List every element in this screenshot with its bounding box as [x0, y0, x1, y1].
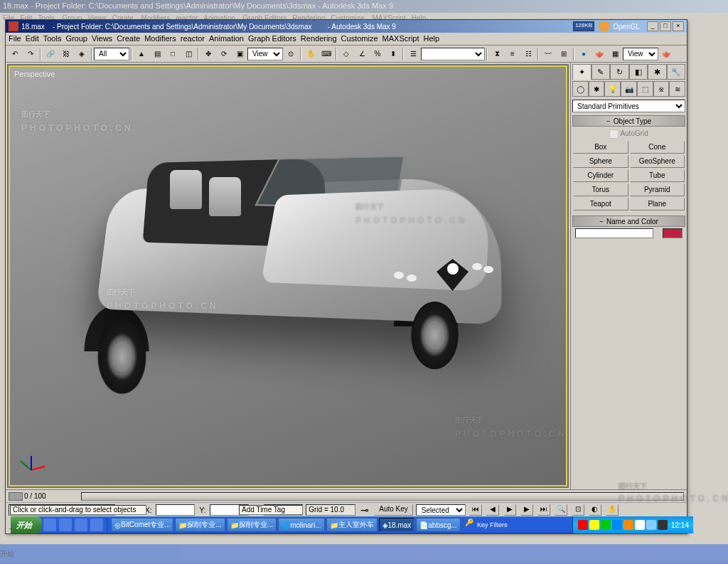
color-swatch[interactable] [663, 228, 682, 238]
menubar[interactable]: File Edit Tools Group Views Create Modif… [6, 33, 687, 46]
close-button[interactable]: × [673, 21, 684, 31]
layers-button[interactable]: ☷ [521, 47, 535, 61]
fov-button[interactable]: ◐ [589, 504, 601, 516]
goto-start-button[interactable]: ⏮ [469, 504, 482, 516]
task-bitcomet[interactable]: ◎ BitComet专业... [111, 518, 173, 532]
systems-tab[interactable]: ≋ [669, 81, 685, 97]
curve-editor-button[interactable]: 〰 [541, 47, 555, 61]
cylinder-button[interactable]: Cylinder [573, 169, 628, 182]
titlebar[interactable]: 18.max - Project Folder: C:\Documents an… [6, 20, 687, 33]
sphere-button[interactable]: Sphere [573, 155, 628, 168]
utilities-tab[interactable]: 🔧 [667, 64, 686, 80]
select-name-button[interactable]: ▤ [150, 47, 164, 61]
torus-button[interactable]: Torus [573, 183, 628, 196]
menu-tools[interactable]: Tools [43, 34, 62, 43]
pivot-button[interactable]: ⊙ [284, 47, 298, 61]
keymode-dropdown[interactable]: Selected [416, 504, 466, 516]
plane-button[interactable]: Plane [630, 198, 685, 211]
select-button[interactable]: ▲ [134, 47, 149, 61]
modify-tab[interactable]: ✎ [592, 64, 611, 80]
undo-button[interactable]: ↶ [8, 47, 22, 61]
geosphere-button[interactable]: GeoSphere [630, 155, 685, 168]
zoom-button[interactable]: 🔍 [555, 504, 567, 516]
quicklaunch-player-icon[interactable] [75, 518, 87, 531]
task-outdoor-car[interactable]: 📁 主人室外车 [326, 518, 378, 532]
menu-rendering[interactable]: Rendering [301, 34, 337, 43]
menu-grapheditors[interactable]: Graph Editors [248, 34, 296, 43]
redo-button[interactable]: ↷ [23, 47, 38, 61]
time-slider-handle[interactable] [9, 492, 23, 501]
tray-icon-3[interactable] [601, 520, 611, 530]
mirror-button[interactable]: ⧗ [490, 47, 504, 61]
pan-button[interactable]: ✋ [606, 504, 619, 516]
hierarchy-tab[interactable]: ↻ [610, 64, 629, 80]
menu-animation[interactable]: Animation [209, 34, 244, 43]
menu-help[interactable]: Help [424, 34, 440, 43]
script-icon[interactable] [599, 21, 610, 31]
align-button[interactable]: ≡ [505, 47, 520, 61]
manipulate-button[interactable]: ✋ [304, 47, 318, 61]
schematic-button[interactable]: ⊞ [557, 47, 571, 61]
unlink-button[interactable]: ⛓ [59, 47, 73, 61]
tray-icon-4[interactable] [612, 520, 622, 530]
menu-modifiers[interactable]: Modifiers [144, 34, 176, 43]
motion-tab[interactable]: ◧ [629, 64, 648, 80]
task-abbscg[interactable]: 📄 abbscg... [416, 518, 461, 532]
render-type-button[interactable]: ▦ [608, 47, 622, 61]
display-tab[interactable]: ✱ [648, 64, 667, 80]
play-button[interactable]: ▶ [503, 504, 516, 516]
menu-customize[interactable]: Customize [341, 34, 378, 43]
render-scene-button[interactable]: 🫖 [592, 47, 606, 61]
pyramid-button[interactable]: Pyramid [630, 183, 685, 196]
task-folder1[interactable]: 📁 探削专业... [175, 518, 225, 532]
named-sets-dropdown[interactable] [421, 48, 485, 60]
task-molinari[interactable]: 🌐 molinari... [278, 518, 324, 532]
rotate-button[interactable]: ⟳ [217, 47, 231, 61]
named-sets-button[interactable]: ☰ [406, 47, 420, 61]
lights-tab[interactable]: 💡 [604, 81, 621, 97]
create-tab[interactable]: ✦ [572, 64, 592, 80]
quicklaunch-desktop-icon[interactable] [59, 518, 72, 531]
autogrid-checkbox[interactable] [609, 129, 619, 139]
prev-frame-button[interactable]: ◀ [486, 504, 499, 516]
bind-button[interactable]: ◈ [75, 47, 89, 61]
render-view-dropdown[interactable]: View [623, 48, 658, 60]
object-type-rollout[interactable]: −Object Type [572, 115, 685, 127]
perspective-viewport[interactable]: Perspective [9, 65, 567, 486]
percent-snap-button[interactable]: % [370, 47, 385, 61]
box-button[interactable]: Box [573, 141, 628, 154]
tray-icon-2[interactable] [589, 520, 599, 530]
tray-icon-1[interactable] [578, 520, 588, 530]
link-button[interactable]: 🔗 [43, 47, 58, 61]
window-crossing-button[interactable]: ◫ [181, 47, 196, 61]
goto-end-button[interactable]: ⏭ [537, 504, 550, 516]
teapot-button[interactable]: Teapot [573, 198, 628, 211]
selection-filter-dropdown[interactable]: All [94, 48, 129, 60]
clock[interactable]: 12:14 [671, 521, 689, 529]
autokey-button[interactable]: Auto Key [374, 504, 413, 516]
tray-icon-7[interactable] [646, 520, 656, 530]
maximize-button[interactable]: □ [660, 21, 671, 31]
menu-group[interactable]: Group [65, 34, 87, 43]
geometry-tab[interactable]: ◯ [572, 81, 589, 97]
timeline-track[interactable] [81, 492, 684, 501]
tray-volume-icon[interactable] [658, 520, 668, 530]
menu-reactor[interactable]: reactor [181, 34, 205, 43]
scale-button[interactable]: ▣ [232, 47, 247, 61]
task-folder2[interactable]: 📁 探削专业... [227, 518, 277, 532]
menu-edit[interactable]: Edit [26, 34, 39, 43]
menu-create[interactable]: Create [117, 34, 140, 43]
object-name-input[interactable] [575, 228, 653, 238]
shapes-tab[interactable]: ✱ [589, 81, 605, 97]
menu-maxscript[interactable]: MAXScript [382, 34, 419, 43]
material-editor-button[interactable]: ● [577, 47, 591, 61]
tray-icon-5[interactable] [623, 520, 633, 530]
quicklaunch-qq-icon[interactable] [90, 518, 103, 531]
keyboard-button[interactable]: ⌨ [319, 47, 333, 61]
snap-toggle-button[interactable]: ◇ [339, 47, 353, 61]
next-frame-button[interactable]: ▶ [520, 504, 533, 516]
tube-button[interactable]: Tube [630, 169, 685, 182]
move-button[interactable]: ✥ [201, 47, 215, 61]
menu-views[interactable]: Views [92, 34, 112, 43]
minimize-button[interactable]: _ [647, 21, 658, 31]
